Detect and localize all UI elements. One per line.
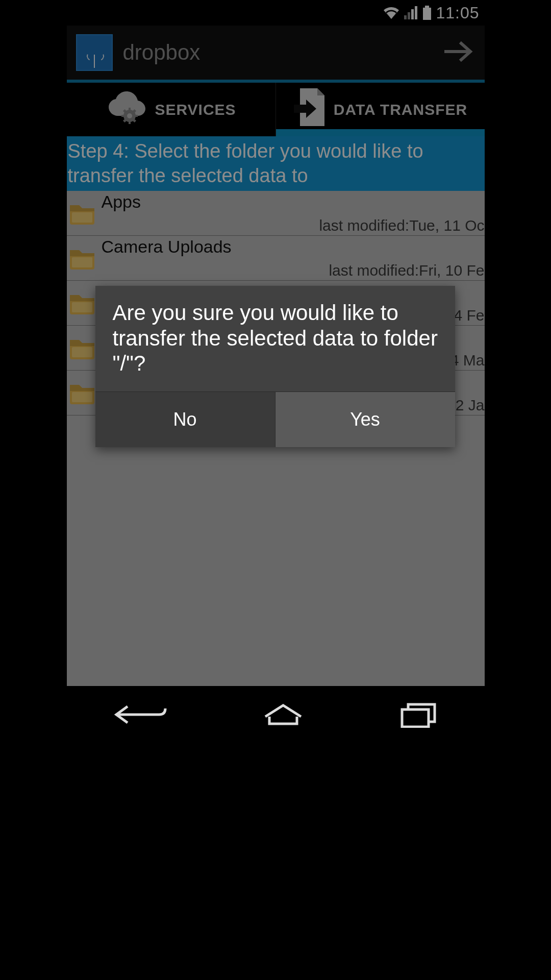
back-icon[interactable] xyxy=(112,702,168,727)
nav-bar xyxy=(67,686,485,743)
svg-rect-22 xyxy=(402,709,429,727)
dialog-message: Are you sure you would like to transfer … xyxy=(95,286,455,391)
recent-apps-icon[interactable] xyxy=(398,701,439,728)
confirm-dialog: Are you sure you would like to transfer … xyxy=(95,286,455,447)
dialog-buttons: No Yes xyxy=(95,392,455,447)
screen: 11:05 dropbox xyxy=(67,0,485,743)
home-icon[interactable] xyxy=(260,702,306,727)
no-button[interactable]: No xyxy=(95,392,275,447)
yes-button[interactable]: Yes xyxy=(275,392,455,447)
